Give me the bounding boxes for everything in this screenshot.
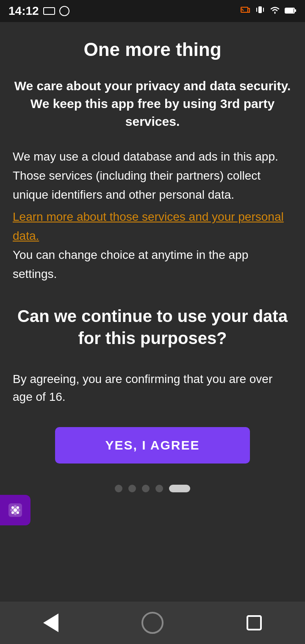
- pagination-dot-2: [128, 485, 136, 492]
- svg-rect-3: [263, 8, 264, 12]
- svg-rect-6: [295, 9, 296, 12]
- status-time: 14:12: [8, 4, 39, 18]
- svg-rect-1: [258, 6, 262, 13]
- status-right: [241, 5, 297, 17]
- svg-point-11: [17, 511, 19, 514]
- subtitle-block: We care about your privacy and data secu…: [13, 77, 292, 130]
- question-text: Can we continue to use your data for thi…: [17, 307, 288, 347]
- home-icon: [141, 612, 164, 634]
- svg-point-10: [11, 511, 14, 514]
- back-icon: [43, 613, 58, 632]
- agree-btn-container: YES, I AGREE: [13, 427, 292, 464]
- main-content: One more thing We care about your privac…: [0, 22, 305, 602]
- agree-confirmation-text: By agreeing, you are confirming that you…: [13, 370, 292, 406]
- svg-rect-2: [256, 8, 257, 12]
- cookie-settings-button[interactable]: [0, 495, 30, 525]
- nav-recents-button[interactable]: [237, 606, 271, 640]
- pagination-dot-active: [169, 485, 190, 492]
- navigation-bar: [0, 602, 305, 644]
- change-text: You can change choice at anytime in the …: [13, 246, 292, 284]
- question-block: Can we continue to use your data for thi…: [13, 305, 292, 349]
- body-text: We may use a cloud database and ads in t…: [13, 147, 292, 204]
- learn-more-link[interactable]: Learn more about those services and your…: [13, 208, 292, 246]
- battery-icon: [285, 6, 297, 17]
- pagination-dot-1: [115, 485, 122, 492]
- nav-back-button[interactable]: [34, 606, 68, 640]
- status-bar: 14:12: [0, 0, 305, 22]
- vibrate-icon: [255, 5, 265, 17]
- subtitle-text: We care about your privacy and data secu…: [14, 79, 291, 128]
- pagination-dot-4: [155, 485, 163, 492]
- svg-point-8: [11, 506, 14, 509]
- cast-icon: [241, 5, 251, 17]
- recents-icon: [247, 615, 262, 630]
- page-title: One more thing: [13, 39, 292, 60]
- svg-rect-14: [10, 509, 20, 511]
- nav-home-button[interactable]: [136, 606, 169, 640]
- pagination-dots: [13, 485, 292, 492]
- svg-point-9: [17, 506, 19, 509]
- app-icon-1: [43, 7, 55, 15]
- svg-rect-0: [241, 7, 248, 12]
- pagination-dot-3: [142, 485, 150, 492]
- wifi-icon: [269, 6, 280, 17]
- app-icon-2: [59, 6, 69, 16]
- svg-rect-5: [286, 8, 294, 13]
- status-left: 14:12: [8, 4, 69, 18]
- yes-agree-button[interactable]: YES, I AGREE: [55, 427, 250, 464]
